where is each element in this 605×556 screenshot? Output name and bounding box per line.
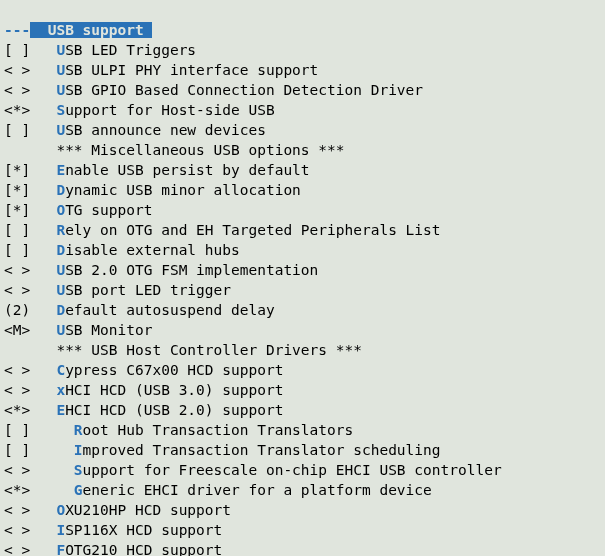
- option-indent: [30, 222, 56, 238]
- option-hotkey: D: [56, 242, 65, 258]
- option-state[interactable]: [ ]: [4, 122, 30, 138]
- option-label: XU210HP HCD support: [65, 502, 231, 518]
- option-state[interactable]: [ ]: [4, 222, 30, 238]
- option-hotkey: I: [74, 442, 83, 458]
- option-row[interactable]: <*> EHCI HCD (USB 2.0) support: [4, 400, 605, 420]
- option-label: oot Hub Transaction Translators: [83, 422, 354, 438]
- option-row[interactable]: [ ] Rely on OTG and EH Targeted Peripher…: [4, 220, 605, 240]
- option-hotkey: S: [56, 102, 65, 118]
- option-row[interactable]: < > xHCI HCD (USB 3.0) support: [4, 380, 605, 400]
- option-row[interactable]: [*] Dynamic USB minor allocation: [4, 180, 605, 200]
- option-state[interactable]: < >: [4, 382, 30, 398]
- option-row[interactable]: [ ] Improved Transaction Translator sche…: [4, 440, 605, 460]
- option-state[interactable]: < >: [4, 542, 30, 556]
- option-hotkey: I: [56, 522, 65, 538]
- option-state[interactable]: < >: [4, 282, 30, 298]
- option-indent: [30, 382, 56, 398]
- option-indent: [30, 182, 56, 198]
- option-row[interactable]: *** USB Host Controller Drivers ***: [4, 340, 605, 360]
- option-hotkey: O: [56, 202, 65, 218]
- option-row[interactable]: < > OXU210HP HCD support: [4, 500, 605, 520]
- option-label: upport for Freescale on-chip EHCI USB co…: [83, 462, 502, 478]
- option-indent: [30, 422, 74, 438]
- option-state[interactable]: <*>: [4, 402, 30, 418]
- option-hotkey: R: [74, 422, 83, 438]
- option-row[interactable]: (2) Default autosuspend delay: [4, 300, 605, 320]
- option-label: SB Monitor: [65, 322, 152, 338]
- option-row[interactable]: < > USB GPIO Based Connection Detection …: [4, 80, 605, 100]
- option-indent: [30, 82, 56, 98]
- option-row[interactable]: [ ] USB LED Triggers: [4, 40, 605, 60]
- option-state[interactable]: < >: [4, 82, 30, 98]
- option-label: ypress C67x00 HCD support: [65, 362, 283, 378]
- option-row[interactable]: < > USB ULPI PHY interface support: [4, 60, 605, 80]
- option-state[interactable]: <*>: [4, 482, 30, 498]
- title-bar: --- USB support: [4, 20, 152, 40]
- option-row[interactable]: *** Miscellaneous USB options ***: [4, 140, 605, 160]
- option-state[interactable]: < >: [4, 62, 30, 78]
- option-row[interactable]: < > Cypress C67x00 HCD support: [4, 360, 605, 380]
- option-label: SB ULPI PHY interface support: [65, 62, 318, 78]
- title-cursor: [30, 22, 39, 38]
- option-label: *** USB Host Controller Drivers ***: [56, 342, 362, 358]
- page-title: USB support: [39, 22, 153, 38]
- option-label: SB LED Triggers: [65, 42, 196, 58]
- option-state[interactable]: [*]: [4, 202, 30, 218]
- option-row[interactable]: [*] OTG support: [4, 200, 605, 220]
- option-row[interactable]: [ ] Root Hub Transaction Translators: [4, 420, 605, 440]
- option-state[interactable]: [ ]: [4, 442, 30, 458]
- option-label: HCI HCD (USB 3.0) support: [65, 382, 283, 398]
- option-hotkey: S: [74, 462, 83, 478]
- option-row[interactable]: < > FOTG210 HCD support: [4, 540, 605, 556]
- option-indent: [30, 62, 56, 78]
- option-state[interactable]: [4, 142, 30, 158]
- option-hotkey: x: [56, 382, 65, 398]
- option-row[interactable]: [*] Enable USB persist by default: [4, 160, 605, 180]
- option-hotkey: D: [56, 182, 65, 198]
- option-state[interactable]: < >: [4, 502, 30, 518]
- option-label: upport for Host-side USB: [65, 102, 275, 118]
- option-label: *** Miscellaneous USB options ***: [56, 142, 344, 158]
- option-row[interactable]: <*> Support for Host-side USB: [4, 100, 605, 120]
- option-row[interactable]: < > Support for Freescale on-chip EHCI U…: [4, 460, 605, 480]
- option-hotkey: O: [56, 502, 65, 518]
- option-indent: [30, 242, 56, 258]
- option-list[interactable]: [ ] USB LED Triggers< > USB ULPI PHY int…: [4, 40, 605, 556]
- option-indent: [30, 442, 74, 458]
- option-hotkey: U: [56, 122, 65, 138]
- option-state[interactable]: [4, 342, 30, 358]
- option-state[interactable]: < >: [4, 362, 30, 378]
- option-row[interactable]: < > USB port LED trigger: [4, 280, 605, 300]
- option-hotkey: F: [56, 542, 65, 556]
- option-label: OTG210 HCD support: [65, 542, 222, 556]
- option-row[interactable]: < > ISP116X HCD support: [4, 520, 605, 540]
- option-indent: [30, 42, 56, 58]
- option-state[interactable]: [*]: [4, 182, 30, 198]
- option-state[interactable]: < >: [4, 262, 30, 278]
- option-hotkey: E: [56, 402, 65, 418]
- option-row[interactable]: <M> USB Monitor: [4, 320, 605, 340]
- option-state[interactable]: < >: [4, 462, 30, 478]
- option-state[interactable]: (2): [4, 302, 30, 318]
- option-indent: [30, 262, 56, 278]
- option-state[interactable]: [ ]: [4, 242, 30, 258]
- option-label: ely on OTG and EH Targeted Peripherals L…: [65, 222, 440, 238]
- option-state[interactable]: < >: [4, 522, 30, 538]
- option-label: SB GPIO Based Connection Detection Drive…: [65, 82, 423, 98]
- option-label: SB port LED trigger: [65, 282, 231, 298]
- option-indent: [30, 482, 74, 498]
- option-row[interactable]: [ ] Disable external hubs: [4, 240, 605, 260]
- option-row[interactable]: [ ] USB announce new devices: [4, 120, 605, 140]
- option-label: TG support: [65, 202, 152, 218]
- option-hotkey: G: [74, 482, 83, 498]
- option-state[interactable]: [*]: [4, 162, 30, 178]
- option-hotkey: U: [56, 322, 65, 338]
- option-row[interactable]: <*> Generic EHCI driver for a platform d…: [4, 480, 605, 500]
- option-state[interactable]: <*>: [4, 102, 30, 118]
- option-state[interactable]: [ ]: [4, 422, 30, 438]
- option-label: efault autosuspend delay: [65, 302, 275, 318]
- option-state[interactable]: <M>: [4, 322, 30, 338]
- option-state[interactable]: [ ]: [4, 42, 30, 58]
- option-label: HCI HCD (USB 2.0) support: [65, 402, 283, 418]
- option-row[interactable]: < > USB 2.0 OTG FSM implementation: [4, 260, 605, 280]
